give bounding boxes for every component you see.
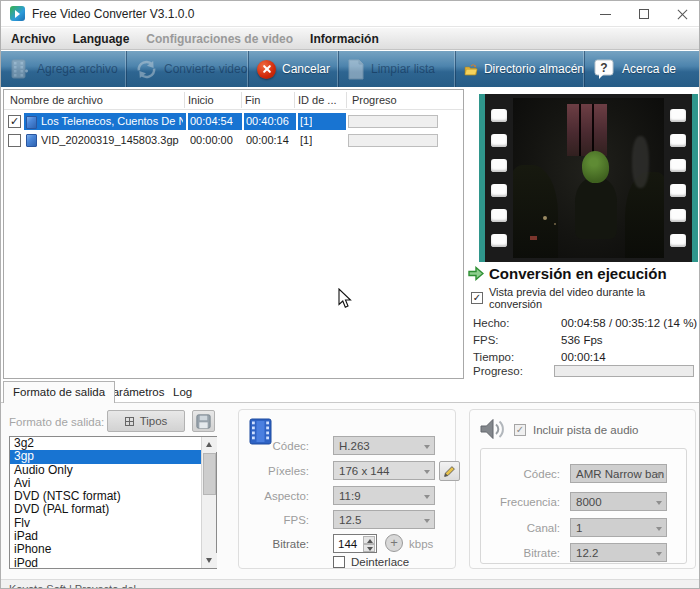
about-button[interactable]: ? Acerca de [585, 51, 700, 87]
menu-archivo[interactable]: Archivo [11, 32, 56, 46]
list-item[interactable]: iPhone [10, 543, 201, 556]
bitrate-add-button[interactable]: + [385, 534, 403, 552]
chevron-down-icon [424, 445, 430, 449]
window-title: Free Video Converter V3.1.0.0 [32, 7, 195, 21]
scroll-down-icon[interactable] [202, 553, 217, 568]
col-progreso[interactable]: Progreso [352, 94, 397, 106]
fps-select: 12.5 [333, 510, 435, 529]
audio-codec-label: Códec: [524, 468, 560, 480]
file-id: [1] [300, 134, 312, 146]
file-list-header: Nombre de archivo Inicio Fin ID de ... P… [4, 90, 463, 110]
col-id[interactable]: ID de ... [298, 94, 337, 106]
preview-checkbox[interactable]: ✓ [471, 292, 483, 304]
output-directory-button[interactable]: Directorio almacén [456, 51, 585, 87]
list-item[interactable]: iPad [10, 530, 201, 543]
pixeles-label: Píxeles: [268, 465, 309, 477]
list-item-selected[interactable]: 3gp [10, 450, 201, 463]
status-text: Koyote Soft | Proyecto del [9, 583, 136, 589]
fps-value: 536 Fps [561, 334, 603, 346]
video-preview [513, 98, 664, 258]
video-preview-frame [479, 94, 698, 262]
list-item[interactable]: Audio Only [10, 464, 201, 477]
codec-label: Códec: [273, 440, 309, 452]
app-icon [10, 6, 25, 21]
spin-down-icon[interactable] [363, 544, 375, 552]
fps-label: FPS: [283, 514, 309, 526]
file-name: VID_20200319_145803.3gp [41, 134, 179, 146]
menu-language[interactable]: Language [73, 32, 130, 46]
close-button[interactable] [663, 1, 700, 27]
cancel-icon [257, 60, 276, 79]
table-row[interactable]: ✓ Los Telenecos, Cuentos De N... 00:04:5… [4, 112, 463, 131]
list-item[interactable]: Flv [10, 517, 201, 530]
minimize-button[interactable] [587, 1, 625, 27]
tipos-button[interactable]: Tipos [107, 410, 185, 432]
table-row[interactable]: VID_20200319_145803.3gp 00:00:00 00:00:1… [4, 131, 463, 150]
aspecto-label: Aspecto: [264, 490, 309, 502]
edit-resolution-button[interactable] [439, 461, 460, 481]
fps-label: FPS: [473, 334, 499, 346]
file-fin: 00:40:06 [246, 115, 289, 127]
tab-log[interactable]: Log [164, 382, 201, 402]
green-arrow-icon [468, 266, 484, 281]
file-name: Los Telenecos, Cuentos De N... [41, 115, 183, 127]
maximize-button[interactable] [625, 1, 663, 27]
list-item[interactable]: DVD (NTSC format) [10, 490, 201, 503]
menu-informacion[interactable]: Información [310, 32, 379, 46]
help-icon: ? [593, 58, 616, 81]
bottom-panel: Formato de salida: Tipos 3g2 3gp Audio O… [1, 402, 700, 579]
tab-bar: Formato de salida Parámetros Log [1, 381, 700, 402]
deinterlace-checkbox[interactable] [333, 556, 345, 568]
col-nombre[interactable]: Nombre de archivo [10, 94, 103, 106]
file-id: [1] [300, 115, 312, 127]
frecuencia-select: 8000 [570, 492, 667, 511]
canal-label: Canal: [527, 522, 560, 534]
listbox-scrollbar[interactable] [201, 437, 216, 568]
row1-checkbox[interactable]: ✓ [8, 115, 21, 128]
row1-progress-bar [348, 115, 438, 128]
speaker-icon [478, 416, 508, 444]
cancel-button[interactable]: Cancelar [249, 51, 339, 87]
tab-formato-de-salida[interactable]: Formato de salida [3, 381, 115, 403]
canal-select: 1 [570, 518, 667, 537]
output-format-label: Formato de salida: [9, 416, 104, 428]
col-inicio[interactable]: Inicio [188, 94, 214, 106]
format-listbox: 3g2 3gp Audio Only Avi DVD (NTSC format)… [9, 436, 217, 569]
bitrate-label: Bitrate: [273, 538, 309, 550]
tiempo-value: 00:00:14 [561, 351, 606, 363]
preview-option[interactable]: ✓ Vista previa del video durante la conv… [471, 286, 699, 310]
deinterlace-label: Deinterlace [351, 556, 409, 568]
deinterlace-option[interactable]: Deinterlace [333, 556, 409, 568]
save-format-button[interactable] [192, 410, 215, 432]
file-list: Nombre de archivo Inicio Fin ID de ... P… [3, 89, 464, 379]
row2-checkbox[interactable] [8, 134, 21, 147]
list-item[interactable]: 3g2 [10, 437, 201, 450]
chevron-down-icon [424, 470, 430, 474]
add-file-icon [9, 59, 31, 79]
audio-settings-group: ✓ Incluir pista de audio Códec: AMR Narr… [469, 409, 696, 569]
audio-codec-select: AMR Narrow ban [570, 464, 667, 483]
spin-up-icon[interactable] [363, 536, 375, 544]
bitrate-spinner[interactable]: 144 [333, 534, 377, 553]
list-item[interactable]: Avi [10, 477, 201, 490]
include-audio-checkbox: ✓ [514, 424, 526, 436]
svg-text:?: ? [600, 60, 607, 74]
types-grid-icon [125, 417, 134, 426]
chevron-down-icon [424, 495, 430, 499]
list-item[interactable]: DVD (PAL format) [10, 503, 201, 516]
include-audio-label: Incluir pista de audio [533, 424, 638, 436]
scroll-up-icon[interactable] [202, 437, 217, 452]
include-audio-option: ✓ Incluir pista de audio [514, 424, 638, 436]
hecho-value: 00:04:58 / 00:35:12 (14 %) [561, 317, 697, 329]
scrollbar-thumb[interactable] [203, 453, 216, 495]
pixeles-select[interactable]: 176 x 144 [333, 461, 435, 480]
chevron-down-icon [656, 473, 662, 477]
conversion-status: Conversión en ejecución [468, 265, 667, 282]
progreso-label: Progreso: [473, 365, 523, 377]
list-item[interactable]: iPod [10, 557, 201, 568]
title-bar: Free Video Converter V3.1.0.0 [1, 1, 700, 27]
minimize-icon [600, 14, 611, 15]
col-fin[interactable]: Fin [245, 94, 260, 106]
clear-list-button: Limpiar lista [339, 51, 456, 87]
clear-list-icon [347, 59, 365, 80]
